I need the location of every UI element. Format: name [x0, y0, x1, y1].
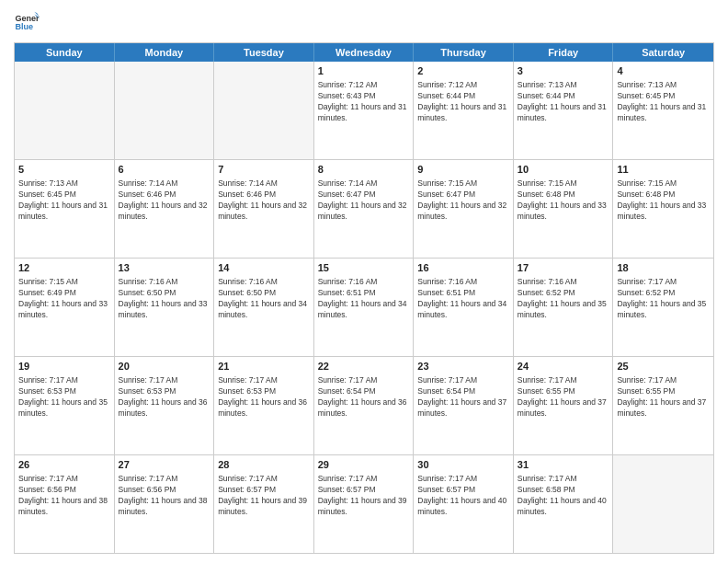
calendar-cell: 17Sunrise: 7:16 AMSunset: 6:52 PMDayligh… — [514, 259, 614, 356]
logo: General Blue — [14, 9, 43, 35]
cell-info: Sunrise: 7:17 AMSunset: 6:53 PMDaylight:… — [218, 375, 310, 419]
calendar-cell: 21Sunrise: 7:17 AMSunset: 6:53 PMDayligh… — [214, 357, 314, 454]
cell-info: Sunrise: 7:12 AMSunset: 6:44 PMDaylight:… — [417, 80, 509, 124]
cell-info: Sunrise: 7:16 AMSunset: 6:52 PMDaylight:… — [518, 277, 609, 321]
cell-info: Sunrise: 7:15 AMSunset: 6:47 PMDaylight:… — [417, 178, 509, 223]
day-number: 20 — [119, 360, 210, 373]
calendar-cell: 8Sunrise: 7:14 AMSunset: 6:47 PMDaylight… — [314, 160, 415, 258]
day-number: 30 — [417, 458, 509, 472]
cell-info: Sunrise: 7:17 AMSunset: 6:52 PMDaylight:… — [617, 277, 710, 321]
day-number: 5 — [18, 163, 110, 177]
header: General Blue — [14, 9, 714, 35]
weekday-header: Friday — [514, 43, 614, 62]
weekday-header: Thursday — [414, 43, 514, 62]
cell-info: Sunrise: 7:14 AMSunset: 6:46 PMDaylight:… — [119, 178, 210, 223]
calendar-cell: 30Sunrise: 7:17 AMSunset: 6:57 PMDayligh… — [414, 455, 514, 553]
day-number: 1 — [318, 64, 410, 78]
cell-info: Sunrise: 7:16 AMSunset: 6:51 PMDaylight:… — [318, 277, 410, 321]
calendar-cell: 23Sunrise: 7:17 AMSunset: 6:54 PMDayligh… — [414, 357, 514, 454]
calendar-row: 26Sunrise: 7:17 AMSunset: 6:56 PMDayligh… — [15, 455, 713, 553]
calendar-row: 12Sunrise: 7:15 AMSunset: 6:49 PMDayligh… — [15, 259, 713, 357]
calendar-header: SundayMondayTuesdayWednesdayThursdayFrid… — [15, 43, 713, 62]
day-number: 11 — [617, 163, 710, 177]
day-number: 21 — [218, 360, 310, 373]
calendar-cell: 2Sunrise: 7:12 AMSunset: 6:44 PMDaylight… — [414, 62, 514, 159]
cell-info: Sunrise: 7:17 AMSunset: 6:57 PMDaylight:… — [218, 474, 310, 518]
day-number: 25 — [617, 360, 710, 373]
day-number: 14 — [218, 261, 310, 275]
day-number: 3 — [518, 64, 609, 78]
day-number: 24 — [518, 360, 609, 373]
logo-icon: General Blue — [14, 9, 40, 35]
page: General Blue SundayMondayTuesdayWednesda… — [0, 0, 728, 563]
calendar-cell: 9Sunrise: 7:15 AMSunset: 6:47 PMDaylight… — [414, 160, 514, 258]
weekday-header: Saturday — [613, 43, 713, 62]
calendar-cell: 26Sunrise: 7:17 AMSunset: 6:56 PMDayligh… — [15, 455, 115, 553]
calendar-cell: 1Sunrise: 7:12 AMSunset: 6:43 PMDaylight… — [314, 62, 415, 159]
calendar-cell: 14Sunrise: 7:16 AMSunset: 6:50 PMDayligh… — [214, 259, 314, 356]
calendar-cell: 18Sunrise: 7:17 AMSunset: 6:52 PMDayligh… — [613, 259, 713, 356]
calendar-cell: 19Sunrise: 7:17 AMSunset: 6:53 PMDayligh… — [15, 357, 115, 454]
calendar-cell: 11Sunrise: 7:15 AMSunset: 6:48 PMDayligh… — [613, 160, 713, 258]
cell-info: Sunrise: 7:17 AMSunset: 6:53 PMDaylight:… — [18, 375, 110, 419]
calendar-cell: 10Sunrise: 7:15 AMSunset: 6:48 PMDayligh… — [514, 160, 614, 258]
day-number: 9 — [417, 163, 509, 177]
cell-info: Sunrise: 7:16 AMSunset: 6:50 PMDaylight:… — [119, 277, 210, 321]
day-number: 27 — [119, 458, 210, 472]
cell-info: Sunrise: 7:17 AMSunset: 6:56 PMDaylight:… — [119, 474, 210, 518]
cell-info: Sunrise: 7:17 AMSunset: 6:55 PMDaylight:… — [617, 375, 710, 419]
calendar-cell: 27Sunrise: 7:17 AMSunset: 6:56 PMDayligh… — [115, 455, 215, 553]
day-number: 15 — [318, 261, 410, 275]
calendar-body: 1Sunrise: 7:12 AMSunset: 6:43 PMDaylight… — [15, 62, 713, 553]
cell-info: Sunrise: 7:17 AMSunset: 6:54 PMDaylight:… — [417, 375, 509, 419]
calendar-row: 1Sunrise: 7:12 AMSunset: 6:43 PMDaylight… — [15, 62, 713, 160]
calendar-cell — [214, 62, 314, 159]
cell-info: Sunrise: 7:17 AMSunset: 6:57 PMDaylight:… — [318, 474, 410, 518]
svg-text:General: General — [15, 14, 40, 23]
day-number: 29 — [318, 458, 410, 472]
day-number: 10 — [518, 163, 609, 177]
cell-info: Sunrise: 7:15 AMSunset: 6:48 PMDaylight:… — [617, 178, 710, 223]
calendar-cell: 22Sunrise: 7:17 AMSunset: 6:54 PMDayligh… — [314, 357, 415, 454]
cell-info: Sunrise: 7:16 AMSunset: 6:50 PMDaylight:… — [218, 277, 310, 321]
calendar-cell: 15Sunrise: 7:16 AMSunset: 6:51 PMDayligh… — [314, 259, 415, 356]
day-number: 6 — [119, 163, 210, 177]
calendar-row: 19Sunrise: 7:17 AMSunset: 6:53 PMDayligh… — [15, 357, 713, 455]
calendar-cell — [15, 62, 115, 159]
calendar-row: 5Sunrise: 7:13 AMSunset: 6:45 PMDaylight… — [15, 160, 713, 259]
calendar-cell: 3Sunrise: 7:13 AMSunset: 6:44 PMDaylight… — [514, 62, 614, 159]
cell-info: Sunrise: 7:17 AMSunset: 6:56 PMDaylight:… — [18, 474, 110, 518]
calendar-cell: 28Sunrise: 7:17 AMSunset: 6:57 PMDayligh… — [214, 455, 314, 553]
day-number: 16 — [417, 261, 509, 275]
day-number: 19 — [18, 360, 110, 373]
calendar: SundayMondayTuesdayWednesdayThursdayFrid… — [14, 42, 714, 554]
cell-info: Sunrise: 7:17 AMSunset: 6:57 PMDaylight:… — [417, 474, 509, 518]
day-number: 13 — [119, 261, 210, 275]
cell-info: Sunrise: 7:13 AMSunset: 6:45 PMDaylight:… — [617, 80, 710, 124]
day-number: 31 — [518, 458, 609, 472]
day-number: 12 — [18, 261, 110, 275]
cell-info: Sunrise: 7:17 AMSunset: 6:58 PMDaylight:… — [518, 474, 609, 518]
cell-info: Sunrise: 7:17 AMSunset: 6:55 PMDaylight:… — [518, 375, 609, 419]
cell-info: Sunrise: 7:17 AMSunset: 6:54 PMDaylight:… — [318, 375, 410, 419]
cell-info: Sunrise: 7:15 AMSunset: 6:49 PMDaylight:… — [18, 277, 110, 321]
weekday-header: Sunday — [15, 43, 115, 62]
calendar-cell: 4Sunrise: 7:13 AMSunset: 6:45 PMDaylight… — [613, 62, 713, 159]
weekday-header: Monday — [115, 43, 215, 62]
calendar-cell: 7Sunrise: 7:14 AMSunset: 6:46 PMDaylight… — [214, 160, 314, 258]
calendar-cell: 6Sunrise: 7:14 AMSunset: 6:46 PMDaylight… — [115, 160, 215, 258]
calendar-cell: 12Sunrise: 7:15 AMSunset: 6:49 PMDayligh… — [15, 259, 115, 356]
calendar-cell: 5Sunrise: 7:13 AMSunset: 6:45 PMDaylight… — [15, 160, 115, 258]
calendar-cell — [613, 455, 713, 553]
cell-info: Sunrise: 7:14 AMSunset: 6:46 PMDaylight:… — [218, 178, 310, 223]
calendar-cell: 13Sunrise: 7:16 AMSunset: 6:50 PMDayligh… — [115, 259, 215, 356]
day-number: 7 — [218, 163, 310, 177]
weekday-header: Tuesday — [214, 43, 314, 62]
day-number: 18 — [617, 261, 710, 275]
cell-info: Sunrise: 7:13 AMSunset: 6:44 PMDaylight:… — [518, 80, 609, 124]
cell-info: Sunrise: 7:17 AMSunset: 6:53 PMDaylight:… — [119, 375, 210, 419]
calendar-cell: 29Sunrise: 7:17 AMSunset: 6:57 PMDayligh… — [314, 455, 415, 553]
day-number: 23 — [417, 360, 509, 373]
day-number: 4 — [617, 64, 710, 78]
day-number: 17 — [518, 261, 609, 275]
